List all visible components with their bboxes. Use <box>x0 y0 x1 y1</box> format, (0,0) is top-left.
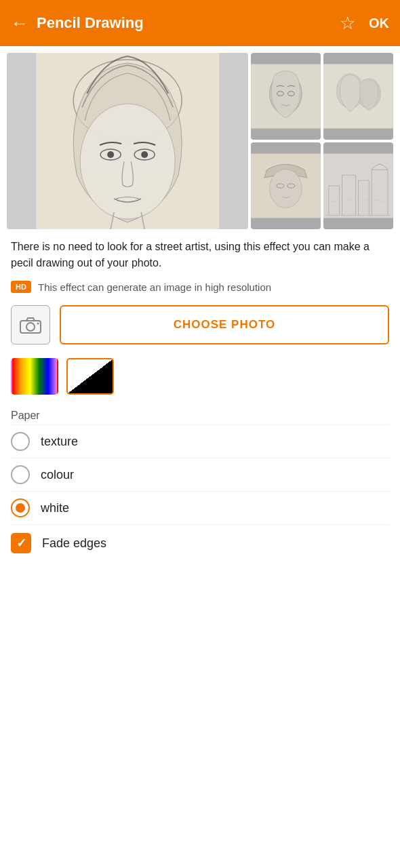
checkmark-icon: ✓ <box>16 536 26 551</box>
hd-notice: HD This effect can generate an image in … <box>0 277 400 300</box>
ok-button[interactable]: OK <box>369 16 389 31</box>
camera-icon <box>19 315 42 334</box>
svg-point-6 <box>141 151 148 158</box>
paper-texture-label: texture <box>41 435 78 449</box>
paper-option-colour[interactable]: colour <box>0 458 400 491</box>
back-button[interactable]: ← <box>11 13 28 34</box>
main-photo <box>7 53 248 229</box>
choose-photo-button[interactable]: CHOOSE PHOTO <box>60 305 389 344</box>
photo-thumbnails <box>251 53 393 229</box>
top-thumbnails <box>251 53 393 140</box>
svg-point-25 <box>26 323 35 331</box>
description-text: There is no need to look for a street ar… <box>0 229 400 277</box>
svg-point-5 <box>107 151 114 158</box>
photo-gallery <box>7 53 393 229</box>
fade-edges-label: Fade edges <box>42 536 106 551</box>
bottom-thumbnails <box>251 142 393 229</box>
header-left: ← Pencil Drawing <box>11 13 144 34</box>
paper-section-label: Paper <box>0 403 400 425</box>
radio-texture[interactable] <box>11 432 30 451</box>
thumb-1 <box>251 53 321 140</box>
color-mode-color[interactable] <box>11 358 58 395</box>
paper-option-white[interactable]: white <box>0 492 400 524</box>
hd-badge: HD <box>11 281 31 293</box>
main-sketch-svg <box>7 53 248 229</box>
svg-point-15 <box>270 169 302 208</box>
hd-notice-text: This effect can generate an image in hig… <box>38 281 271 293</box>
header-right: ☆ OK <box>340 13 389 34</box>
choose-photo-row: CHOOSE PHOTO <box>0 300 400 350</box>
fade-edges-checkbox[interactable]: ✓ <box>11 533 31 553</box>
favorite-icon[interactable]: ☆ <box>340 13 355 34</box>
paper-white-label: white <box>41 501 69 515</box>
svg-point-26 <box>37 323 39 325</box>
color-mode-bw[interactable] <box>66 358 114 395</box>
radio-white[interactable] <box>11 498 30 517</box>
app-header: ← Pencil Drawing ☆ OK <box>0 0 400 46</box>
radio-colour[interactable] <box>11 465 30 484</box>
thumb-3 <box>251 142 321 229</box>
radio-white-inner <box>16 503 25 513</box>
thumb-2 <box>323 53 393 140</box>
paper-colour-label: colour <box>41 468 74 482</box>
thumb-4 <box>323 142 393 229</box>
fade-edges-option[interactable]: ✓ Fade edges <box>0 525 400 561</box>
color-mode-selector <box>0 350 400 403</box>
page-title: Pencil Drawing <box>37 14 144 32</box>
paper-option-texture[interactable]: texture <box>0 425 400 458</box>
camera-icon-box <box>11 305 50 344</box>
